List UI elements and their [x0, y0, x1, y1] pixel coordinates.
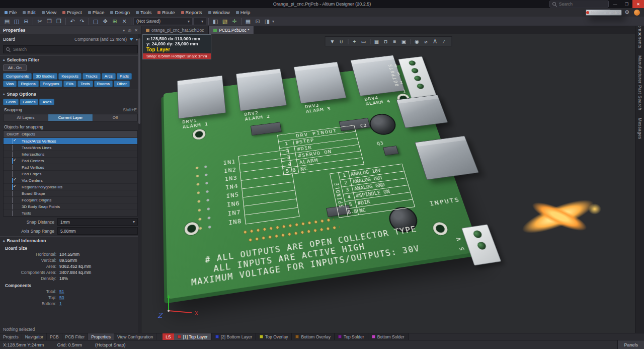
table-row[interactable]: Intersections — [4, 151, 137, 157]
filter-icon[interactable]: ▼ — [329, 38, 336, 45]
filter-polygons-button[interactable]: Polygons — [40, 81, 62, 87]
power-connector[interactable] — [396, 95, 448, 128]
checkbox[interactable] — [12, 165, 13, 170]
menu-reports[interactable]: Reports — [178, 8, 205, 17]
bottom-count-link[interactable]: 1 — [59, 301, 62, 306]
pcb-3d-board[interactable]: DRV1ALARM 1 DRV2ALARM 2 DRV3ALARM 3 DRV4… — [164, 63, 480, 299]
panel-scrollbar[interactable] — [138, 34, 141, 333]
table-row[interactable]: Via Centers — [4, 177, 137, 183]
measure-icon[interactable]: ⌀ — [422, 38, 430, 45]
connection-status[interactable]: Not Connected — [586, 10, 622, 16]
checkbox[interactable] — [12, 191, 13, 196]
components-scope-label[interactable]: Components (and 12 more) — [74, 37, 127, 42]
checkbox[interactable] — [12, 178, 13, 183]
menu-tools[interactable]: Tools — [133, 8, 154, 17]
minimize-button[interactable]: — — [609, 0, 621, 8]
snap-axes-button[interactable]: Axes — [39, 99, 54, 105]
save-icon[interactable]: ◫ — [12, 17, 21, 25]
filter-fills-button[interactable]: Fills — [63, 81, 76, 87]
layer-colors-icon[interactable]: ▧ — [220, 17, 229, 25]
pads-icon[interactable]: ◘ — [382, 38, 389, 45]
open-document-icon[interactable]: ▤ — [3, 17, 12, 25]
total-count-link[interactable]: 51 — [59, 289, 64, 294]
panel-tab-properties[interactable]: Properties — [88, 333, 114, 340]
filter-rooms-button[interactable]: Rooms — [94, 81, 113, 87]
menu-file[interactable]: File — [2, 8, 20, 17]
relay-component[interactable] — [177, 76, 226, 119]
segment-current-layer[interactable]: Current Layer — [48, 114, 93, 121]
table-row[interactable]: Board Shape — [4, 190, 137, 196]
menu-route[interactable]: Route — [154, 8, 178, 17]
snap-distance-select[interactable]: 1mm▾ — [57, 218, 138, 226]
table-row[interactable]: Track/Arcs Lines — [4, 144, 137, 151]
axis-snap-range-input[interactable]: 5.08mm — [57, 227, 138, 235]
table-row[interactable]: Regions/Polygons/Fills — [4, 183, 137, 190]
checkbox[interactable] — [12, 158, 13, 164]
panel-search[interactable] — [3, 45, 138, 53]
print-icon[interactable]: ⊟ — [22, 17, 31, 25]
checkbox[interactable] — [12, 204, 13, 210]
tab-manufacturer-part-search[interactable]: Manufacturer Part Search — [637, 55, 642, 110]
variant-combo[interactable]: (Not Saved)▾ — [133, 18, 193, 25]
layers-icon[interactable]: ≡ — [391, 38, 398, 45]
menu-edit[interactable]: Edit — [20, 8, 38, 17]
filter-tracks-button[interactable]: Tracks — [83, 73, 101, 80]
filter-vias-button[interactable]: Vias — [3, 81, 17, 87]
filter-regions-button[interactable]: Regions — [18, 81, 38, 87]
board-view-icon[interactable]: ◧ — [211, 17, 220, 25]
checkbox[interactable] — [12, 197, 13, 203]
top-count-link[interactable]: 50 — [59, 295, 64, 300]
menu-place[interactable]: Place — [85, 8, 108, 17]
cross-probe-icon[interactable]: ✛ — [230, 17, 239, 25]
line-icon[interactable]: ∕ — [440, 38, 448, 45]
checkbox[interactable] — [12, 211, 13, 216]
paste-icon[interactable]: ❒ — [54, 17, 63, 25]
menu-project[interactable]: Project — [59, 8, 85, 17]
relay-component[interactable] — [294, 62, 347, 104]
board-icon[interactable]: ▣ — [400, 38, 408, 45]
panels-button[interactable]: Panels — [617, 340, 644, 349]
input-writein-table[interactable] — [238, 150, 300, 225]
pin-icon[interactable]: ◎ — [128, 28, 131, 33]
grid-icon[interactable]: ▦ — [244, 17, 253, 25]
menu-design[interactable]: Design — [107, 8, 133, 17]
close-button[interactable]: ✕ — [632, 0, 644, 8]
panel-tab-view-configuration[interactable]: View Configuration — [114, 333, 156, 340]
tab-pcbdoc[interactable]: PCB1.PcbDoc * — [209, 26, 254, 34]
silkscreen-label[interactable]: C2 — [360, 123, 368, 129]
segment-off[interactable]: Off — [93, 114, 137, 121]
undo-icon[interactable]: ↶ — [68, 17, 77, 25]
table-row[interactable]: Track/Arcs Vertices — [4, 137, 137, 144]
magnet-icon[interactable]: ∪ — [338, 38, 345, 45]
secondary-combo[interactable]: ▾ — [193, 18, 206, 25]
close-icon[interactable]: ✕ — [134, 28, 138, 33]
silkscreen-label[interactable]: Q3 — [376, 141, 384, 147]
maximize-button[interactable]: ❐ — [621, 0, 632, 8]
filter-other-button[interactable]: Other — [114, 81, 130, 87]
filter-arcs-button[interactable]: Arcs — [102, 73, 116, 80]
filter-keepouts-button[interactable]: Keepouts — [58, 73, 82, 80]
layer-tab-bottom[interactable]: [2] Bottom Layer — [212, 333, 256, 340]
settings-gear-icon[interactable]: ⚙ — [624, 10, 629, 15]
panel-tab-pcb-filter[interactable]: PCB Filter — [62, 333, 89, 340]
tab-messages[interactable]: Messages — [637, 118, 642, 139]
section-board-information[interactable]: ▴ Board Information — [0, 236, 141, 244]
layer-tab-bottom-solder[interactable]: Bottom Solder — [368, 333, 409, 340]
user-avatar[interactable] — [634, 10, 640, 16]
checkbox[interactable] — [12, 145, 13, 151]
table-row[interactable]: Pad Vertices — [4, 164, 137, 170]
global-search-input[interactable] — [559, 2, 604, 7]
snap-grid-icon[interactable]: ⊡ — [253, 17, 262, 25]
add-icon[interactable]: + — [351, 38, 358, 45]
camera-icon[interactable]: ◉ — [413, 38, 421, 45]
panel-search-input[interactable] — [13, 47, 124, 52]
pcb-3d-viewport[interactable]: x:128,500 dx:113,000 mm y: 24,000 dy: 28… — [141, 34, 635, 333]
snap-guides-button[interactable]: Guides — [20, 99, 38, 105]
table-row[interactable]: Texts — [4, 210, 137, 216]
move-icon[interactable]: ✥ — [101, 17, 110, 25]
layer-tab-top-solder[interactable]: Top Solder — [335, 333, 368, 340]
select-icon[interactable]: ▢ — [91, 17, 100, 25]
checkbox[interactable] — [12, 171, 13, 177]
chevron-down-icon[interactable]: ▾ — [272, 19, 274, 24]
snap-grids-button[interactable]: Grids — [3, 99, 19, 105]
